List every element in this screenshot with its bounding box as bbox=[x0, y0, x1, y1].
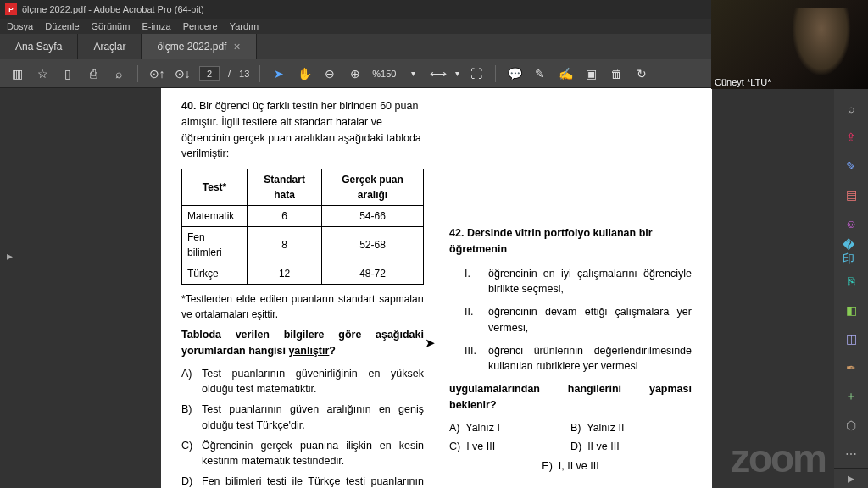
item-iii: öğrenci ürünlerinin değerlendirilmesinde… bbox=[488, 343, 692, 375]
q42-stem: uygulamalarından hangilerini yapması bek… bbox=[449, 381, 692, 413]
pdf-page: 40. Bir öğrenci üç farklı testin her bir… bbox=[161, 88, 712, 488]
th-range: Gerçek puan aralığı bbox=[322, 169, 424, 206]
cell: 48-72 bbox=[322, 263, 424, 285]
comment-icon[interactable]: 💬 bbox=[506, 65, 523, 82]
zoom-out-icon[interactable]: ⊖ bbox=[321, 65, 338, 82]
item-ii: öğrencinin devam ettiği çalışmalara yer … bbox=[488, 304, 692, 336]
find-icon[interactable]: ⌕ bbox=[110, 65, 127, 82]
tab-tools[interactable]: Araçlar bbox=[78, 34, 142, 59]
fit-width-icon[interactable]: ⟷ bbox=[430, 65, 447, 82]
cell: 12 bbox=[248, 263, 322, 285]
people-icon[interactable]: ☺ bbox=[843, 215, 860, 232]
opt-a: Test puanlarının güvenirliğinin en yükse… bbox=[202, 366, 424, 398]
q40-options: A)Test puanlarının güvenirliğinin en yük… bbox=[181, 366, 424, 489]
left-collapsed-panel: ▸ bbox=[0, 88, 25, 488]
separator bbox=[137, 65, 138, 82]
organize-icon[interactable]: ▤ bbox=[843, 186, 860, 203]
q42-number: 42. bbox=[449, 227, 464, 239]
cell: 6 bbox=[248, 206, 322, 227]
opt-c: I ve III bbox=[466, 441, 495, 452]
window-title: ölçme 2022.pdf - Adobe Acrobat Pro (64-b… bbox=[22, 4, 204, 14]
zoom-in-icon[interactable]: ⊕ bbox=[347, 65, 364, 82]
webcam-overlay: Cüneyt *LTU* bbox=[711, 0, 868, 89]
sidebar-toggle-icon[interactable]: ▥ bbox=[8, 65, 25, 82]
rotate-icon[interactable]: ↻ bbox=[633, 65, 650, 82]
highlight-icon[interactable]: ✎ bbox=[531, 65, 548, 82]
stamp-icon[interactable]: �印 bbox=[843, 244, 860, 261]
read-mode-icon[interactable]: ⛶ bbox=[468, 65, 485, 82]
export-icon[interactable]: ⇪ bbox=[843, 129, 860, 146]
q42-intro: Dersinde vitrin portfolyo kullanan bir ö… bbox=[449, 227, 653, 255]
q40-stem: Tabloda verilen bilgilere göre aşağıdaki… bbox=[181, 327, 424, 359]
fill-icon[interactable]: ✒ bbox=[843, 359, 860, 376]
q40-footnote: *Testlerden elde edilen puanların standa… bbox=[181, 291, 424, 322]
save-icon[interactable]: ▯ bbox=[59, 65, 76, 82]
webcam-person bbox=[792, 8, 851, 76]
search-icon[interactable]: ⌕ bbox=[843, 100, 860, 117]
opt-c: Öğrencinin gerçek puanına ilişkin en kes… bbox=[202, 438, 424, 470]
opt-d: II ve III bbox=[587, 441, 620, 452]
cell: Türkçe bbox=[182, 263, 248, 285]
document-viewport[interactable]: 40. Bir öğrenci üç farklı testin her bir… bbox=[25, 88, 834, 488]
menu-help[interactable]: Yardım bbox=[230, 21, 259, 31]
menu-window[interactable]: Pencere bbox=[183, 21, 218, 31]
cell: Fen bilimleri bbox=[182, 227, 248, 263]
page-number-input[interactable] bbox=[199, 66, 220, 81]
edit-icon[interactable]: ✎ bbox=[843, 158, 860, 175]
th-stderr: Standart hata bbox=[248, 169, 322, 206]
q40-table: Test* Standart hata Gerçek puan aralığı … bbox=[181, 169, 424, 285]
menu-view[interactable]: Görünüm bbox=[92, 21, 131, 31]
opt-a: Yalnız I bbox=[465, 422, 500, 434]
tab-home-label: Ana Sayfa bbox=[15, 41, 62, 53]
tab-document-label: ölçme 2022.pdf bbox=[157, 41, 226, 53]
q40-number: 40. bbox=[181, 100, 196, 112]
page-total: 13 bbox=[239, 69, 249, 79]
expand-left-icon[interactable]: ▸ bbox=[7, 249, 13, 263]
th-test: Test* bbox=[182, 169, 248, 206]
q42-options: A) Yalnız I B) Yalnız II C) I ve III D) … bbox=[449, 420, 692, 478]
right-tools-panel: ⌕⇪✎▤☺�印⎘◧◫✒＋⬡⋯ bbox=[834, 88, 868, 488]
stamp-tool-icon[interactable]: ▣ bbox=[582, 65, 599, 82]
opt-d: Fen bilimleri testi ile Türkçe testi pua… bbox=[202, 474, 424, 488]
tab-home[interactable]: Ana Sayfa bbox=[0, 34, 78, 59]
pdf-app-icon: P bbox=[5, 3, 17, 15]
item-i: öğrencinin en iyi çalışmalarını öğrenciy… bbox=[488, 266, 692, 298]
menu-esign[interactable]: E-imza bbox=[142, 21, 170, 31]
tab-tools-label: Araçlar bbox=[93, 41, 125, 53]
convert-icon[interactable]: ⎘ bbox=[843, 273, 860, 290]
cell: Matematik bbox=[182, 206, 248, 227]
hand-tool-icon[interactable]: ✋ bbox=[296, 65, 313, 82]
table-row: Matematik 6 54-66 bbox=[182, 206, 424, 227]
protect-icon[interactable]: ⬡ bbox=[843, 417, 860, 434]
tab-document[interactable]: ölçme 2022.pdf × bbox=[142, 34, 256, 59]
select-tool-icon[interactable]: ➤ bbox=[270, 65, 287, 82]
more-icon[interactable]: ⋯ bbox=[843, 446, 860, 463]
menu-edit[interactable]: Düzenle bbox=[45, 21, 79, 31]
opt-b: Yalnız II bbox=[587, 422, 624, 434]
separator bbox=[495, 65, 496, 82]
collapse-right-icon[interactable]: ▸ bbox=[834, 468, 868, 488]
menu-file[interactable]: Dosya bbox=[7, 21, 33, 31]
side-icon[interactable]: ◧ bbox=[843, 302, 860, 319]
star-icon[interactable]: ☆ bbox=[34, 65, 51, 82]
zoom-level[interactable]: %150 bbox=[372, 69, 396, 79]
opt-e: I, II ve III bbox=[559, 460, 599, 472]
more-plus-icon[interactable]: ＋ bbox=[843, 388, 860, 405]
page-separator: / bbox=[228, 69, 231, 79]
sign-icon[interactable]: ✍ bbox=[557, 65, 574, 82]
cell: 8 bbox=[248, 227, 322, 263]
cell: 52-68 bbox=[322, 227, 424, 263]
table-row: Fen bilimleri 8 52-68 bbox=[182, 227, 424, 263]
webcam-name: Cüneyt *LTU* bbox=[715, 77, 771, 87]
page-up-icon[interactable]: ⊙↑ bbox=[148, 65, 165, 82]
measure-icon[interactable]: ◫ bbox=[843, 330, 860, 347]
cell: 54-66 bbox=[322, 206, 424, 227]
delete-icon[interactable]: 🗑 bbox=[608, 65, 625, 82]
page-down-icon[interactable]: ⊙↓ bbox=[174, 65, 191, 82]
print-icon[interactable]: ⎙ bbox=[85, 65, 102, 82]
q40-intro: Bir öğrenci üç farklı testin her birinde… bbox=[181, 100, 421, 159]
zoom-dropdown-icon[interactable]: ▾ bbox=[404, 65, 421, 82]
q42-roman-list: I.öğrencinin en iyi çalışmalarını öğrenc… bbox=[465, 266, 692, 375]
table-row: Türkçe 12 48-72 bbox=[182, 263, 424, 285]
close-icon[interactable]: × bbox=[233, 40, 240, 53]
